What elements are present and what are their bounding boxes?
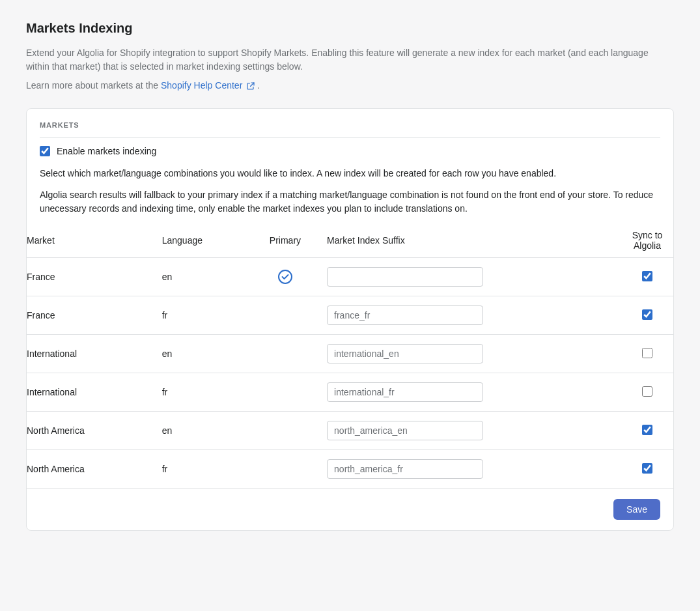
enable-markets-checkbox[interactable] xyxy=(40,146,50,156)
language-value: fr xyxy=(149,373,257,412)
help-text: Learn more about markets at the Shopify … xyxy=(26,79,674,92)
suffix-cell xyxy=(314,258,608,296)
sync-cell xyxy=(608,258,674,296)
market-col-header: Market xyxy=(26,223,149,258)
sync-cell xyxy=(608,450,674,489)
suffix-input[interactable] xyxy=(327,344,483,363)
sync-cell xyxy=(608,373,674,412)
suffix-input[interactable] xyxy=(327,459,483,479)
sync-checkbox[interactable] xyxy=(642,386,652,397)
table-row: Franceen xyxy=(26,258,674,296)
suffix-cell xyxy=(314,412,608,450)
sync-cell xyxy=(608,335,674,373)
suffix-cell xyxy=(314,296,608,335)
sync-cell xyxy=(608,296,674,335)
sync-checkbox[interactable] xyxy=(642,463,652,474)
info-text-1: Select which market/language combination… xyxy=(40,167,660,180)
info-text-2: Algolia search results will fallback to … xyxy=(40,188,660,216)
language-value: fr xyxy=(149,296,257,335)
language-value: fr xyxy=(149,450,257,489)
language-col-header: Language xyxy=(149,223,257,258)
suffix-cell xyxy=(314,450,608,489)
table-row: Internationalen xyxy=(26,335,674,373)
sync-checkbox[interactable] xyxy=(642,425,652,435)
help-text-suffix: . xyxy=(257,80,260,91)
page-description: Extend your Algolia for Shopify integrat… xyxy=(26,46,674,74)
suffix-input[interactable] xyxy=(327,306,483,325)
primary-indicator xyxy=(257,373,314,412)
language-value: en xyxy=(149,412,257,450)
language-value: en xyxy=(149,335,257,373)
table-footer: Save xyxy=(27,488,673,530)
primary-indicator xyxy=(257,296,314,335)
primary-col-header: Primary xyxy=(257,223,314,258)
primary-check-icon xyxy=(278,270,292,284)
suffix-input[interactable] xyxy=(327,267,483,287)
enable-markets-label[interactable]: Enable markets indexing xyxy=(57,146,156,156)
table-row: North Americafr xyxy=(26,450,674,489)
suffix-input[interactable] xyxy=(327,382,483,402)
market-name: International xyxy=(26,373,149,412)
market-name: International xyxy=(26,335,149,373)
sync-cell xyxy=(608,412,674,450)
page-title: Markets Indexing xyxy=(26,21,674,36)
suffix-cell xyxy=(314,335,608,373)
sync-checkbox[interactable] xyxy=(642,309,652,320)
sync-checkbox[interactable] xyxy=(642,348,652,358)
primary-indicator xyxy=(257,335,314,373)
primary-indicator xyxy=(257,412,314,450)
suffix-col-header: Market Index Suffix xyxy=(314,223,608,258)
suffix-input[interactable] xyxy=(327,421,483,440)
sync-checkbox[interactable] xyxy=(642,271,652,281)
sync-col-header: Sync to Algolia xyxy=(608,223,674,258)
save-button[interactable]: Save xyxy=(613,499,660,520)
table-row: Francefr xyxy=(26,296,674,335)
help-text-prefix: Learn more about markets at the xyxy=(26,80,158,91)
markets-table-container: Market Language Primary Market Index Suf… xyxy=(26,223,674,488)
table-row: North Americaen xyxy=(26,412,674,450)
markets-card: MARKETS Enable markets indexing Select w… xyxy=(26,108,674,531)
enable-markets-row: Enable markets indexing xyxy=(40,146,660,156)
language-value: en xyxy=(149,258,257,296)
market-name: North America xyxy=(26,450,149,489)
market-name: North America xyxy=(26,412,149,450)
shopify-help-center-link[interactable]: Shopify Help Center xyxy=(161,80,257,91)
markets-section-label: MARKETS xyxy=(40,121,79,129)
market-name: France xyxy=(26,296,149,335)
table-row: Internationalfr xyxy=(26,373,674,412)
help-link-label: Shopify Help Center xyxy=(161,80,242,91)
market-name: France xyxy=(26,258,149,296)
markets-table: Market Language Primary Market Index Suf… xyxy=(26,223,674,488)
primary-indicator xyxy=(257,450,314,489)
primary-indicator xyxy=(257,258,314,296)
suffix-cell xyxy=(314,373,608,412)
